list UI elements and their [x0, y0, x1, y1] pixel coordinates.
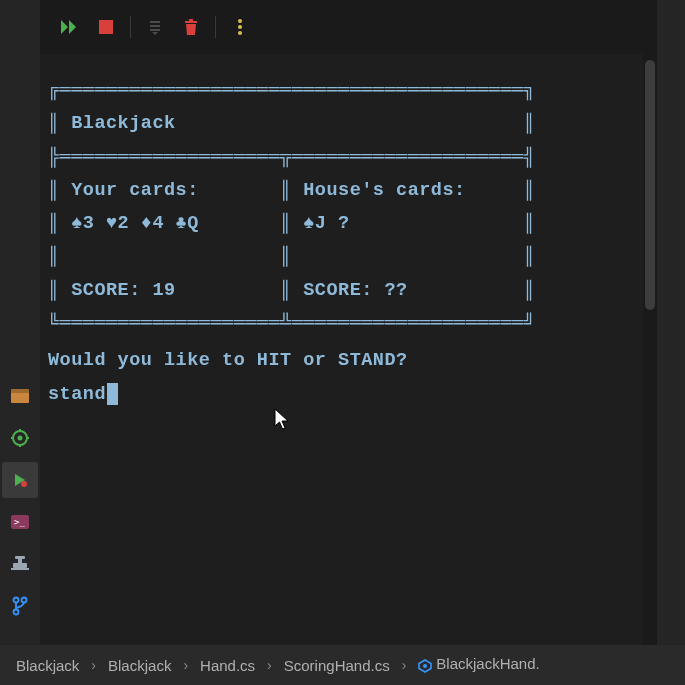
svg-rect-9 — [11, 392, 29, 403]
box-blank-row: ║ ║ ║ — [48, 240, 635, 273]
symbol-class-icon — [418, 657, 432, 675]
toolbar-separator — [215, 16, 216, 38]
activity-bar: >_ — [0, 0, 40, 645]
box-header-row: ║ Your cards: ║ House's cards: ║ — [48, 174, 635, 207]
branch-icon[interactable] — [2, 588, 38, 624]
more-button[interactable] — [222, 9, 258, 45]
alert-icon[interactable] — [2, 546, 38, 582]
crumb-1[interactable]: Blackjack — [106, 657, 173, 674]
svg-point-26 — [14, 610, 19, 615]
chevron-right-icon: › — [402, 657, 407, 673]
svg-point-6 — [238, 19, 242, 23]
chevron-right-icon: › — [267, 657, 272, 673]
svg-rect-20 — [15, 556, 25, 559]
debug-toolbar — [40, 0, 643, 54]
continue-button[interactable] — [52, 9, 88, 45]
svg-rect-23 — [11, 568, 29, 570]
scroll-thumb[interactable] — [645, 60, 655, 310]
crumb-3[interactable]: ScoringHand.cs — [282, 657, 392, 674]
cursor — [107, 383, 118, 405]
toolbar-separator — [130, 16, 131, 38]
svg-text:>_: >_ — [14, 517, 25, 527]
prompt-text: Would you like to HIT or STAND? — [48, 344, 635, 377]
box-border-bottom: ╚═══════════════════╩═══════════════════… — [48, 307, 635, 340]
breadcrumb: Blackjack › Blackjack › Hand.cs › Scorin… — [0, 645, 685, 685]
box-title-row: ║ Blackjack ║ — [48, 107, 635, 140]
svg-rect-10 — [11, 389, 29, 393]
svg-point-7 — [238, 25, 242, 29]
svg-rect-2 — [150, 25, 160, 27]
svg-rect-0 — [99, 20, 113, 34]
trash-button[interactable] — [173, 9, 209, 45]
svg-point-25 — [22, 598, 27, 603]
chevron-right-icon: › — [91, 657, 96, 673]
input-line[interactable]: stand — [48, 378, 635, 411]
stop-button[interactable] — [88, 9, 124, 45]
svg-rect-1 — [150, 21, 160, 23]
crumb-4[interactable]: BlackjackHand. — [416, 655, 541, 674]
crumb-4-label: BlackjackHand. — [436, 655, 539, 672]
crumb-0[interactable]: Blackjack — [14, 657, 81, 674]
package-icon[interactable] — [2, 378, 38, 414]
right-gutter — [657, 0, 685, 645]
crumb-2[interactable]: Hand.cs — [198, 657, 257, 674]
box-cards-row: ║ ♠3 ♥2 ♦4 ♣Q ║ ♠J ? ║ — [48, 207, 635, 240]
svg-point-8 — [238, 31, 242, 35]
svg-rect-22 — [13, 563, 27, 568]
svg-point-17 — [21, 481, 27, 487]
svg-rect-3 — [150, 29, 160, 31]
run-icon[interactable] — [2, 462, 38, 498]
svg-point-12 — [18, 436, 23, 441]
user-input: stand — [48, 378, 106, 411]
scrollbar[interactable] — [643, 0, 657, 645]
svg-rect-5 — [189, 19, 193, 21]
terminal-output[interactable]: ╔═══════════════════════════════════════… — [40, 54, 643, 645]
svg-rect-4 — [185, 21, 197, 23]
box-border-top: ╔═══════════════════════════════════════… — [48, 74, 635, 107]
chevron-right-icon: › — [183, 657, 188, 673]
svg-point-24 — [14, 598, 19, 603]
lines-button[interactable] — [137, 9, 173, 45]
svg-point-28 — [423, 664, 427, 668]
svg-rect-21 — [18, 559, 22, 563]
terminal-icon[interactable]: >_ — [2, 504, 38, 540]
box-divider: ╠═══════════════════╦═══════════════════… — [48, 141, 635, 174]
box-score-row: ║ SCORE: 19 ║ SCORE: ?? ║ — [48, 274, 635, 307]
gear-icon[interactable] — [2, 420, 38, 456]
